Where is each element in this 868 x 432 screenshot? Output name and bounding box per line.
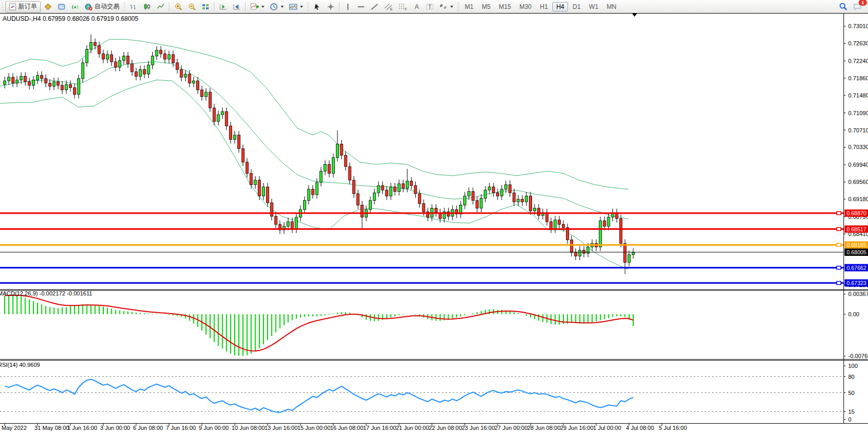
svg-text:1 Jun 16:00: 1 Jun 16:00 <box>67 425 98 431</box>
new-order-label: 新订单 <box>18 2 37 11</box>
svg-text:0.72630: 0.72630 <box>848 40 868 46</box>
crosshair-button[interactable] <box>324 1 337 13</box>
new-order-button[interactable]: 新订单 <box>5 1 41 13</box>
data-window-icon <box>57 3 66 11</box>
svg-text:22 Jun 08:00: 22 Jun 08:00 <box>429 425 462 431</box>
svg-text:0.68005: 0.68005 <box>847 249 866 255</box>
zoom-out-button[interactable] <box>186 1 198 13</box>
text-label-icon: T <box>426 3 434 11</box>
template-icon <box>289 3 297 11</box>
tab-timeframe-M15[interactable]: M15 <box>495 2 514 11</box>
cursor-icon <box>313 3 321 11</box>
templates-button[interactable] <box>287 1 305 13</box>
data-window-button[interactable] <box>55 1 68 13</box>
indicators-button[interactable] <box>248 1 267 13</box>
svg-text:80: 80 <box>848 374 854 380</box>
svg-text:0.69560: 0.69560 <box>848 179 868 185</box>
svg-text:E: E <box>390 7 393 11</box>
toolbar-grip[interactable] <box>124 3 125 11</box>
market-watch-button[interactable] <box>42 1 54 13</box>
fibonacci-button[interactable]: F <box>396 1 410 13</box>
chart-shift-icon <box>233 3 241 11</box>
svg-text:0.68517: 0.68517 <box>847 226 866 232</box>
chart-shift-button[interactable] <box>231 1 243 13</box>
zoom-out-icon <box>188 3 196 11</box>
vertical-line-button[interactable] <box>342 1 354 13</box>
navigator-button[interactable] <box>69 1 81 13</box>
auto-trading-icon <box>85 3 93 11</box>
svg-text:6 Jun 08:00: 6 Jun 08:00 <box>133 425 163 431</box>
candlestick-chart-icon <box>143 3 151 11</box>
svg-text:0: 0 <box>848 416 851 423</box>
notification-badge: 1 <box>859 0 867 6</box>
svg-text:0.68165: 0.68165 <box>847 242 866 248</box>
cursor-button[interactable] <box>311 1 323 13</box>
svg-text:0.00: 0.00 <box>848 311 859 317</box>
chevron-down-icon <box>261 6 264 8</box>
toolbar-grip[interactable] <box>2 3 3 11</box>
symbol-ohlc-title: AUDUSD-,H4 0.67959 0.68026 0.67919 0.680… <box>3 15 138 22</box>
svg-text:A: A <box>415 3 419 10</box>
tab-timeframe-M30[interactable]: M30 <box>516 2 535 11</box>
auto-scroll-icon <box>219 3 227 11</box>
svg-text:31 May 08:00: 31 May 08:00 <box>34 425 69 431</box>
tab-timeframe-D1[interactable]: D1 <box>569 2 584 11</box>
chevron-down-icon <box>300 6 303 8</box>
auto-scroll-button[interactable] <box>217 1 230 13</box>
svg-text:29 Jun 16:00: 29 Jun 16:00 <box>560 425 594 431</box>
separator <box>245 2 246 11</box>
timeframe-bar: M1M5M15M30H1H4D1W1MN <box>461 3 621 10</box>
tab-timeframe-H1[interactable]: H1 <box>536 2 551 11</box>
horizontal-line-button[interactable] <box>355 1 367 13</box>
tab-timeframe-MN[interactable]: MN <box>603 2 620 11</box>
tab-timeframe-H4[interactable]: H4 <box>552 2 568 11</box>
line-chart-icon <box>156 3 165 11</box>
text-label-button[interactable]: T <box>424 1 436 13</box>
separator <box>339 2 340 11</box>
zoom-in-button[interactable] <box>172 1 185 13</box>
equidistant-channel-icon: E <box>384 3 393 11</box>
candlestick-chart-button[interactable] <box>141 1 153 13</box>
clock-icon <box>270 3 278 11</box>
navigator-icon <box>71 3 79 11</box>
equidistant-channel-button[interactable]: E <box>382 1 395 13</box>
bar-chart-button[interactable] <box>127 1 140 13</box>
zoom-in-icon <box>174 3 183 11</box>
line-chart-button[interactable] <box>154 1 167 13</box>
text-button[interactable]: A <box>411 1 423 13</box>
crosshair-icon <box>327 3 335 11</box>
toolbar-grip[interactable] <box>307 3 309 11</box>
svg-text:1 Jul 00:00: 1 Jul 00:00 <box>593 425 621 431</box>
periods-button[interactable] <box>268 1 286 13</box>
macd-indicator-label: MACD(12,26,9) -0.002172 -0.001611 <box>0 290 92 297</box>
market-watch-icon <box>44 3 52 11</box>
svg-text:F: F <box>405 7 407 11</box>
auto-trading-button[interactable]: 自动交易 <box>82 1 122 13</box>
tile-windows-button[interactable] <box>199 1 212 13</box>
svg-text:16 Jun 08:00: 16 Jun 08:00 <box>330 425 364 431</box>
horizontal-line-icon <box>357 3 365 11</box>
tile-windows-icon <box>201 3 210 11</box>
separator <box>214 2 215 11</box>
svg-text:0.70330: 0.70330 <box>848 144 868 150</box>
svg-text:0.68870: 0.68870 <box>847 210 866 216</box>
toolbar-grip[interactable] <box>457 3 459 11</box>
svg-text:15: 15 <box>848 409 854 415</box>
trendline-button[interactable] <box>368 1 381 13</box>
svg-text:0.70710: 0.70710 <box>848 127 868 133</box>
svg-text:15 Jun 00:00: 15 Jun 00:00 <box>297 425 331 431</box>
svg-text:28 Jun 08:00: 28 Jun 08:00 <box>527 425 561 431</box>
indicators-icon <box>250 3 259 11</box>
arrows-button[interactable] <box>437 1 455 13</box>
tab-timeframe-W1[interactable]: W1 <box>585 2 602 11</box>
chart-canvas[interactable]: 0.730100.726300.722400.718600.714800.710… <box>0 13 868 432</box>
search-button[interactable] <box>837 1 850 13</box>
svg-text:T: T <box>428 4 431 10</box>
notifications-button[interactable]: 1 <box>851 1 864 13</box>
arrows-icon <box>439 3 448 11</box>
vertical-line-icon <box>344 3 352 11</box>
tab-timeframe-M1[interactable]: M1 <box>461 2 477 11</box>
separator <box>169 2 170 11</box>
svg-text:0.003672: 0.003672 <box>848 291 868 297</box>
tab-timeframe-M5[interactable]: M5 <box>478 2 495 11</box>
